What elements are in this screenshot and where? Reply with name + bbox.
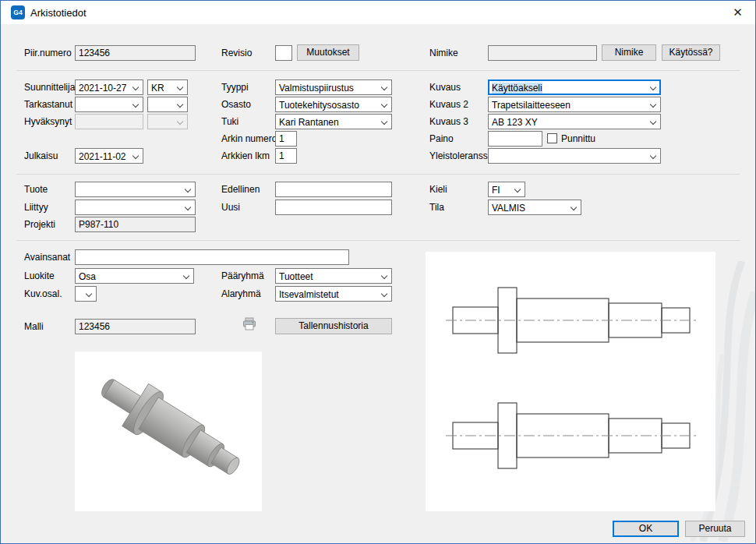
projekti-label: Projekti [24,217,55,232]
avainsanat-field[interactable] [75,249,349,265]
hyvaksynyt-label: Hyväksynyt [24,114,72,129]
app-icon: G4 [11,5,25,19]
piir-numero-label: Piir.numero [24,45,72,61]
arkkien-lkm-field[interactable]: 1 [275,148,297,164]
shaft-drawing [426,252,715,511]
suunnittelija-date-select[interactable]: 2021-10-27 [75,79,143,95]
tuote-label: Tuote [24,182,48,197]
paino-label: Paino [429,131,454,147]
separator [16,70,740,71]
muutokset-button[interactable]: Muutokset [297,44,359,61]
tila-select[interactable]: VALMIS [488,200,581,215]
tuki-select[interactable]: Kari Rantanen [275,114,392,129]
tyyppi-select[interactable]: Valmistuspiirustus [275,79,392,95]
tila-label: Tila [429,200,444,215]
tarkastanut-label: Tarkastanut [24,97,72,112]
ok-button[interactable]: OK [613,521,679,537]
printer-icon[interactable] [242,317,256,334]
drawing-2d-preview [426,252,715,511]
chevron-down-icon [177,101,183,107]
chevron-down-icon [381,83,387,90]
chevron-down-icon [650,152,656,158]
kuvaus2-label: Kuvaus 2 [429,97,468,112]
arkin-numero-label: Arkin numero [221,131,277,147]
kaytossa-button[interactable]: Käytössä? [662,44,720,61]
kuvaus-select[interactable]: Käyttöakseli [488,79,661,95]
separator [16,174,740,175]
luokite-select[interactable]: Osa [75,268,194,284]
malli-field[interactable]: 123456 [75,319,196,334]
nimike-field[interactable] [488,45,597,61]
tarkastanut-date-select[interactable] [75,97,143,112]
chevron-down-icon [381,101,387,107]
osasto-label: Osasto [221,97,251,112]
kuvaus3-select[interactable]: AB 123 XY [488,114,661,129]
piir-numero-field[interactable]: 123456 [75,45,196,61]
chevron-down-icon [177,118,183,124]
osasto-select[interactable]: Tuotekehitysosasto [275,97,392,112]
yleistoleranssi-select[interactable] [488,148,661,164]
tarkastanut-initials-select[interactable] [147,97,188,112]
model-3d-preview [75,351,262,511]
julkaisu-date-select[interactable]: 2021-11-02 [75,148,143,164]
peruuta-button[interactable]: Peruuta [685,521,745,537]
chevron-down-icon [177,83,183,90]
chevron-down-icon [183,272,189,278]
kieli-select[interactable]: FI [488,182,525,197]
kuvaus2-select[interactable]: Trapetsilaitteeseen [488,97,661,112]
chevron-down-icon [650,83,656,90]
chevron-down-icon [514,185,521,192]
kuv-osal-label: Kuv.osal. [24,286,62,302]
tallennushistoria-button[interactable]: Tallennushistoria [275,318,392,334]
chevron-down-icon [381,290,387,296]
hyvaksynyt-initials-select [147,114,188,129]
edellinen-label: Edellinen [221,182,260,197]
chevron-down-icon [132,83,139,90]
close-icon[interactable]: ✕ [720,1,755,24]
separator [16,240,740,241]
kuv-osal-select[interactable] [75,286,97,302]
kieli-label: Kieli [429,182,447,197]
yleistoleranssi-label: Yleistoleranssi [429,148,489,164]
shaft-3d-render [75,351,262,511]
suunnittelija-initials-select[interactable]: KR [147,79,188,95]
nimike-button[interactable]: Nimike [602,44,656,61]
paaryhma-select[interactable]: Tuotteet [275,268,392,284]
arkkien-lkm-label: Arkkien lkm [221,148,270,164]
revisio-field[interactable] [275,45,292,61]
revisio-label: Revisio [221,45,252,61]
edellinen-field[interactable] [275,182,392,197]
julkaisu-label: Julkaisu [24,148,58,164]
hyvaksynyt-date-field [75,114,143,129]
chevron-down-icon [132,101,139,107]
suunnittelija-label: Suunnittelija [24,79,75,95]
chevron-down-icon [650,101,656,107]
chevron-down-icon [381,272,387,278]
liittyy-select[interactable] [75,200,196,215]
paaryhma-label: Pääryhmä [221,268,264,284]
avainsanat-label: Avainsanat [24,249,70,265]
projekti-field[interactable]: P987-110 [75,217,196,232]
punnittu-label: Punnittu [561,131,595,147]
punnittu-checkbox[interactable] [547,133,557,143]
paino-field[interactable] [488,131,542,147]
arkistotiedot-dialog: G4 Arkistotiedot ✕ Piir.numero 123456 Re… [0,0,756,544]
kuvaus-label: Kuvaus [429,79,461,95]
chevron-down-icon [185,185,191,192]
nimike-label: Nimike [429,45,458,61]
chevron-down-icon [86,290,92,296]
luokite-label: Luokite [24,268,55,284]
tuki-label: Tuki [221,114,238,129]
arkin-numero-field[interactable]: 1 [275,131,297,147]
chevron-down-icon [132,152,139,158]
tuote-select[interactable] [75,182,196,197]
alaryhma-label: Alaryhmä [221,286,261,302]
liittyy-label: Liittyy [24,200,48,215]
chevron-down-icon [650,118,656,124]
window-title: Arkistotiedot [30,7,87,19]
malli-label: Malli [24,319,44,334]
alaryhma-select[interactable]: Itsevalmistetut [275,286,392,302]
chevron-down-icon [185,203,191,210]
titlebar: G4 Arkistotiedot ✕ [1,1,755,24]
uusi-field[interactable] [275,200,392,215]
